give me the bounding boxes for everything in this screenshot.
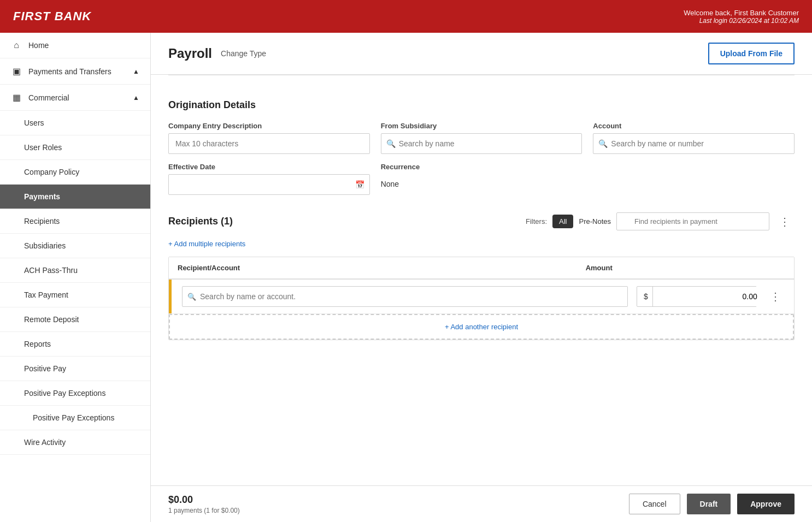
sidebar-item-users[interactable]: Users — [0, 111, 150, 135]
sidebar-item-label: User Roles — [24, 143, 62, 152]
sidebar-item-tax-payment[interactable]: Tax Payment — [0, 283, 150, 307]
company-entry-description-field: Company Entry Description — [168, 122, 370, 154]
building-icon: ▦ — [11, 92, 22, 103]
header: FIRST BANK Welcome back, First Bank Cust… — [0, 0, 812, 33]
sidebar-item-user-roles[interactable]: User Roles — [0, 135, 150, 160]
more-options-button[interactable]: ⋮ — [775, 213, 795, 230]
account-label: Account — [593, 122, 795, 130]
from-subsidiary-input-wrapper: 🔍 — [381, 133, 582, 154]
cancel-button[interactable]: Cancel — [629, 494, 680, 514]
effective-date-field: Effective Date 📅 — [168, 163, 370, 195]
recipient-input-wrapper: 🔍 — [178, 286, 628, 307]
origination-form: Company Entry Description From Subsidiar… — [168, 122, 795, 195]
sidebar-item-wire-activity[interactable]: Wire Activity — [0, 430, 150, 455]
from-subsidiary-field: From Subsidiary 🔍 — [381, 122, 582, 154]
origination-details-title: Origination Details — [168, 99, 795, 111]
recurrence-field: Recurrence None — [381, 163, 582, 188]
add-multiple-link[interactable]: + Add multiple recipients — [168, 240, 245, 248]
footer-actions: Cancel Draft Approve — [629, 494, 795, 514]
account-input-wrapper: 🔍 — [593, 133, 795, 154]
sidebar-item-label: Wire Activity — [24, 438, 66, 447]
main-content: Payroll Change Type Upload From File Ori… — [151, 33, 812, 522]
search-icon: 🔍 — [386, 139, 396, 148]
recipient-search-input[interactable] — [182, 286, 628, 307]
content-area: Origination Details Company Entry Descri… — [151, 86, 812, 485]
effective-date-input[interactable] — [168, 174, 370, 195]
sidebar-item-remote-deposit[interactable]: Remote Deposit — [0, 307, 150, 332]
form-row-2: Effective Date 📅 Recurrence None — [168, 163, 795, 195]
calendar-icon[interactable]: 📅 — [355, 180, 364, 189]
recipients-search-input[interactable] — [616, 212, 769, 230]
sidebar-item-company-policy[interactable]: Company Policy — [0, 160, 150, 185]
logo: FIRST BANK — [13, 9, 91, 23]
sidebar-item-label: Payments and Transfers — [28, 67, 111, 76]
page-header: Payroll Change Type Upload From File — [151, 33, 812, 75]
amount-dollar-sign: $ — [637, 287, 653, 306]
sidebar-item-positive-pay-exceptions[interactable]: Positive Pay Exceptions — [0, 381, 150, 406]
effective-date-input-wrapper: 📅 — [168, 174, 370, 195]
add-another-recipient-button[interactable]: + Add another recipient — [169, 314, 794, 340]
sidebar-item-label: Positive Pay — [24, 364, 66, 373]
filters-area: Filters: All Pre-Notes 🔍 ⋮ — [526, 212, 795, 230]
footer-total: $0.00 — [168, 494, 240, 506]
effective-date-label: Effective Date — [168, 163, 370, 171]
account-input[interactable] — [593, 133, 795, 154]
upload-from-file-button[interactable]: Upload From File — [708, 43, 795, 64]
sidebar-item-home[interactable]: ⌂ Home — [0, 33, 150, 58]
sidebar-item-payments[interactable]: Payments — [0, 185, 150, 209]
amount-input[interactable] — [655, 287, 764, 306]
sidebar-item-label: Commercial — [28, 93, 69, 102]
sidebar-item-label: Recipients — [24, 217, 60, 226]
recipients-table: Recipient/Account Amount 🔍 $ — [168, 257, 795, 340]
chevron-up-icon: ▲ — [133, 68, 139, 75]
filter-prenotes-button[interactable]: Pre-Notes — [579, 217, 611, 226]
search-icon: 🔍 — [187, 293, 196, 301]
sidebar-item-label: Positive Pay Exceptions — [24, 389, 105, 398]
from-subsidiary-label: From Subsidiary — [381, 122, 582, 130]
col-recipient-header: Recipient/Account — [178, 264, 577, 272]
col-amount-header: Amount — [586, 264, 785, 272]
sidebar-item-label: Reports — [24, 340, 51, 348]
sidebar-item-label: Tax Payment — [24, 290, 68, 299]
search-icon: 🔍 — [598, 139, 608, 148]
page-title: Payroll — [168, 46, 212, 61]
sidebar-item-positive-pay[interactable]: Positive Pay — [0, 357, 150, 381]
form-row-1: Company Entry Description From Subsidiar… — [168, 122, 795, 154]
table-header: Recipient/Account Amount — [169, 257, 794, 280]
recipient-input-icon: 🔍 — [182, 286, 628, 307]
recipients-search-wrapper: 🔍 — [616, 212, 769, 230]
table-row: 🔍 $ ⋮ — [169, 280, 794, 314]
approve-button[interactable]: Approve — [737, 494, 795, 514]
sidebar-item-reports[interactable]: Reports — [0, 332, 150, 357]
sidebar-item-label: Payments — [24, 192, 60, 201]
company-entry-description-input[interactable] — [168, 133, 370, 154]
row-accent — [169, 280, 172, 313]
sidebar-item-label: Positive Pay Exceptions — [33, 413, 114, 422]
company-entry-description-label: Company Entry Description — [168, 122, 370, 130]
recipients-header: Recipients (1) Filters: All Pre-Notes 🔍 … — [168, 212, 795, 230]
footer-total-area: $0.00 1 payments (1 for $0.00) — [168, 494, 240, 514]
filters-label: Filters: — [526, 217, 547, 226]
sidebar-item-ach-pass-thru[interactable]: ACH Pass-Thru — [0, 258, 150, 283]
sidebar: ⌂ Home ▣ Payments and Transfers ▲ ▦ Comm… — [0, 33, 151, 522]
home-icon: ⌂ — [11, 40, 22, 50]
sidebar-item-label: ACH Pass-Thru — [24, 266, 78, 275]
filter-all-button[interactable]: All — [552, 215, 573, 228]
sidebar-item-payments-transfers[interactable]: ▣ Payments and Transfers ▲ — [0, 58, 150, 85]
last-login-text: Last login 02/26/2024 at 10:02 AM — [684, 17, 799, 25]
row-more-options-button[interactable]: ⋮ — [766, 288, 785, 305]
footer: $0.00 1 payments (1 for $0.00) Cancel Dr… — [151, 485, 812, 522]
divider — [168, 75, 795, 75]
change-type-link[interactable]: Change Type — [221, 49, 266, 58]
sidebar-item-label: Subsidiaries — [24, 241, 66, 250]
sidebar-item-commercial[interactable]: ▦ Commercial ▲ — [0, 85, 150, 111]
footer-sub-text: 1 payments (1 for $0.00) — [168, 507, 240, 514]
sidebar-item-subsidiaries[interactable]: Subsidiaries — [0, 234, 150, 258]
draft-button[interactable]: Draft — [687, 494, 731, 514]
sidebar-item-recipients[interactable]: Recipients — [0, 209, 150, 234]
sidebar-item-label: Company Policy — [24, 168, 79, 176]
chevron-up-icon: ▲ — [133, 94, 139, 102]
sidebar-item-positive-pay-exceptions2[interactable]: Positive Pay Exceptions — [0, 406, 150, 430]
from-subsidiary-input[interactable] — [381, 133, 582, 154]
sidebar-item-label: Users — [24, 118, 44, 127]
